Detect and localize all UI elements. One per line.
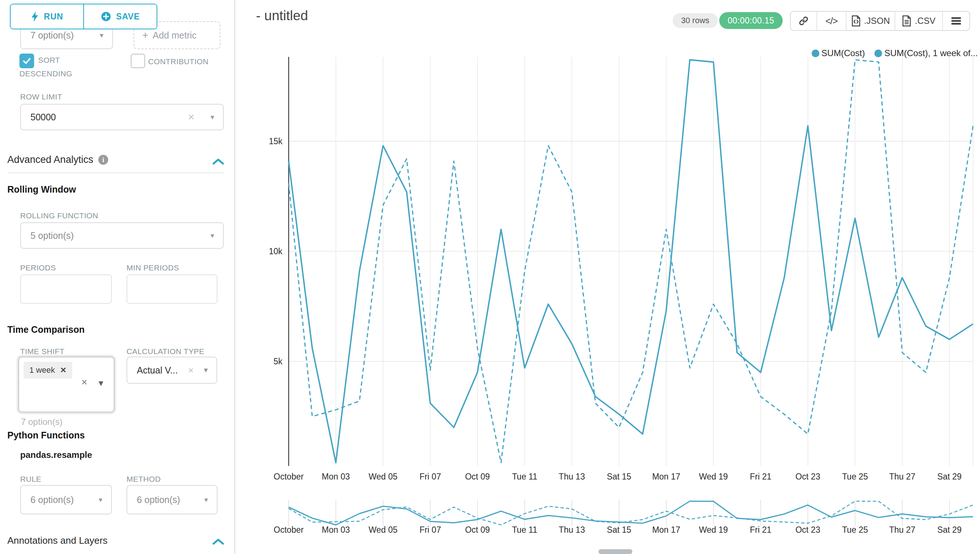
svg-text:Thu 27: Thu 27 [889, 525, 915, 535]
min-periods-input[interactable] [127, 274, 218, 304]
run-save-button-group: RUN SAVE [10, 4, 158, 29]
series-limit-value: 7 option(s) [21, 30, 74, 41]
svg-text:October: October [274, 472, 304, 481]
chevron-down-icon[interactable]: ▼ [202, 366, 209, 374]
svg-text:Oct 09: Oct 09 [465, 472, 490, 481]
time-shift-helper: 7 option(s) [21, 417, 62, 427]
control-panel: 7 option(s) ▾ + Add metric RUN SAVE SORT… [0, 0, 235, 554]
advanced-analytics-title: Advanced Analytics [7, 154, 93, 166]
svg-text:Mon 03: Mon 03 [321, 525, 350, 535]
time-shift-select[interactable]: 1 week ✕ × ▼ [18, 357, 115, 412]
svg-text:Tue 25: Tue 25 [842, 472, 868, 481]
rule-select[interactable]: 6 option(s) ▾ [20, 485, 112, 514]
svg-text:Thu 27: Thu 27 [889, 472, 915, 481]
row-limit-select[interactable]: 50000 × ▾ [20, 104, 224, 130]
rolling-function-value: 5 option(s) [21, 231, 74, 241]
svg-text:October: October [274, 525, 304, 535]
chevron-down-icon[interactable]: ▾ [100, 31, 103, 40]
save-button[interactable]: SAVE [83, 5, 157, 29]
method-select[interactable]: 6 option(s) ▾ [127, 485, 218, 514]
info-icon[interactable]: i [98, 155, 108, 165]
periods-input[interactable] [20, 274, 112, 304]
rule-label: RULE [20, 475, 41, 484]
svg-text:Wed 19: Wed 19 [699, 472, 728, 481]
row-limit-label: ROW LIMIT [20, 92, 62, 101]
calculation-type-select[interactable]: Actual V... × ▼ [127, 357, 217, 384]
lightning-icon [31, 11, 39, 22]
svg-text:Wed 19: Wed 19 [699, 525, 728, 535]
plus-icon: + [142, 29, 148, 41]
method-value: 6 option(s) [127, 495, 180, 505]
svg-text:Fri 07: Fri 07 [420, 525, 441, 535]
svg-text:Fri 07: Fri 07 [420, 472, 441, 481]
contribution-checkbox[interactable] [130, 54, 145, 68]
svg-text:5k: 5k [274, 357, 283, 366]
collapse-chevron-up-icon[interactable] [212, 538, 224, 546]
svg-text:Tue 11: Tue 11 [512, 472, 537, 481]
chevron-down-icon[interactable]: ▾ [210, 113, 214, 121]
sort-descending-label-line2: DESCENDING [19, 69, 72, 78]
annotations-layers-title: Annotations and Layers [7, 535, 107, 546]
svg-text:Tue 25: Tue 25 [842, 525, 868, 535]
svg-text:15k: 15k [269, 137, 283, 146]
svg-text:Wed 05: Wed 05 [369, 472, 398, 481]
contribution-label: CONTRIBUTION [148, 57, 209, 66]
advanced-analytics-header: Advanced Analytics i [7, 154, 108, 166]
chevron-down-icon[interactable]: ▼ [97, 379, 105, 388]
rolling-function-select[interactable]: 5 option(s) ▾ [20, 222, 224, 249]
superset-explore-view: { "panel": { "run_label": "RUN", "save_l… [0, 0, 980, 554]
time-shift-tag[interactable]: 1 week ✕ [24, 362, 72, 379]
method-label: METHOD [127, 475, 161, 484]
annotations-layers-header: Annotations and Layers [7, 535, 107, 546]
svg-text:Thu 13: Thu 13 [558, 525, 585, 535]
rolling-function-label: ROLLING FUNCTION [20, 211, 98, 220]
chevron-down-icon[interactable]: ▾ [204, 495, 208, 504]
sort-descending-checkbox[interactable] [19, 54, 34, 68]
pandas-resample-label: pandas.resample [20, 450, 92, 460]
clear-icon[interactable]: × [188, 365, 194, 376]
clear-icon[interactable]: × [81, 376, 87, 388]
svg-text:Wed 05: Wed 05 [369, 525, 398, 535]
tag-remove-icon[interactable]: ✕ [60, 366, 67, 374]
svg-text:Fri 21: Fri 21 [750, 525, 771, 535]
row-limit-value: 50000 [21, 112, 56, 123]
svg-text:Sat 15: Sat 15 [607, 525, 632, 535]
time-shift-tag-label: 1 week [29, 365, 55, 375]
svg-text:Thu 13: Thu 13 [558, 472, 585, 481]
calculation-type-label: CALCULATION TYPE [127, 347, 204, 356]
chevron-down-icon[interactable]: ▾ [99, 495, 102, 504]
svg-text:Sat 29: Sat 29 [937, 472, 962, 481]
add-metric-label: Add metric [153, 30, 196, 41]
run-button[interactable]: RUN [11, 5, 83, 29]
periods-label: PERIODS [20, 263, 56, 272]
run-label: RUN [44, 12, 64, 22]
sort-descending-label-line1: SORT [38, 56, 60, 65]
time-comparison-title: Time Comparison [7, 324, 85, 335]
svg-text:Mon 17: Mon 17 [652, 525, 680, 535]
timeseries-chart-canvas[interactable]: OctoberOctoberMon 03Mon 03Wed 05Wed 05Fr… [235, 0, 980, 554]
time-shift-label: TIME SHIFT [20, 347, 65, 356]
svg-text:Mon 17: Mon 17 [652, 472, 680, 481]
plus-circle-icon [101, 11, 111, 22]
min-periods-label: MIN PERIODS [127, 263, 179, 272]
python-functions-title: Python Functions [7, 430, 85, 441]
svg-text:Mon 03: Mon 03 [321, 472, 350, 481]
svg-text:Oct 23: Oct 23 [795, 525, 821, 535]
svg-text:Sat 29: Sat 29 [937, 525, 962, 535]
section-divider [7, 172, 224, 173]
svg-text:Fri 21: Fri 21 [750, 472, 771, 481]
check-icon [22, 56, 32, 66]
chevron-down-icon[interactable]: ▾ [210, 231, 214, 240]
save-label: SAVE [116, 12, 140, 22]
rule-value: 6 option(s) [21, 495, 74, 505]
svg-text:Oct 09: Oct 09 [465, 525, 490, 535]
svg-text:Tue 11: Tue 11 [512, 525, 537, 535]
svg-text:10k: 10k [269, 247, 283, 256]
calculation-type-value: Actual V... [127, 365, 178, 376]
svg-text:Sat 15: Sat 15 [607, 472, 632, 481]
horizontal-scrollbar-thumb[interactable] [598, 549, 632, 554]
collapse-chevron-up-icon[interactable] [212, 158, 224, 166]
rolling-window-title: Rolling Window [7, 184, 76, 195]
clear-icon[interactable]: × [188, 111, 194, 123]
svg-text:Oct 23: Oct 23 [795, 472, 821, 481]
